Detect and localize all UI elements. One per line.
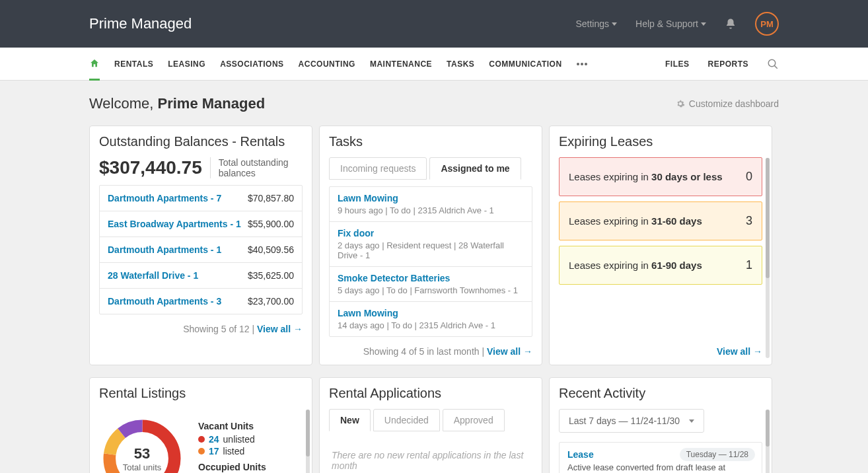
- balance-name[interactable]: Dartmouth Apartments - 1: [108, 244, 221, 255]
- nav-communication[interactable]: COMMUNICATION: [489, 59, 561, 69]
- lease-count: 1: [746, 258, 752, 272]
- lease-label: Leases expiring in 30 days or less: [569, 171, 723, 182]
- tab-incoming[interactable]: Incoming requests: [329, 157, 427, 180]
- lease-row-30[interactable]: Leases expiring in 30 days or less0: [559, 157, 762, 196]
- tasks-title: Tasks: [329, 134, 532, 149]
- leases-footer: View all →: [717, 346, 762, 357]
- task-meta: 9 hours ago | To do | 2315 Aldrich Ave -…: [338, 205, 524, 215]
- balance-amount: $70,857.80: [248, 193, 294, 203]
- tab-approved[interactable]: Approved: [443, 409, 505, 431]
- balances-showing: Showing 5 of 12 |: [183, 324, 257, 334]
- nav-files[interactable]: FILES: [665, 59, 690, 69]
- apps-empty: There are no new rental applications in …: [329, 438, 532, 473]
- balance-row[interactable]: East Broadway Apartments - 1$55,900.00: [100, 211, 302, 237]
- activity-range-select[interactable]: Last 7 days — 11/24-11/30: [559, 409, 704, 433]
- content: Welcome, Prime Managed Customize dashboa…: [0, 81, 868, 473]
- scrollbar[interactable]: [766, 158, 770, 358]
- nav-reports[interactable]: REPORTS: [707, 59, 748, 69]
- lease-row-90[interactable]: Leases expiring in 61-90 days1: [559, 246, 762, 285]
- card-activity: Recent Activity Last 7 days — 11/24-11/3…: [549, 377, 772, 473]
- leases-view-all[interactable]: View all →: [717, 346, 762, 357]
- balance-name[interactable]: 28 Waterfall Drive - 1: [108, 270, 198, 281]
- nav-rentals[interactable]: RENTALS: [114, 59, 153, 69]
- topbar-right: Settings Help & Support PM: [575, 12, 779, 36]
- tasks-view-all[interactable]: View all →: [487, 346, 532, 357]
- balances-view-all[interactable]: View all →: [257, 324, 303, 334]
- legend-listed[interactable]: 17 listed: [198, 446, 266, 456]
- donut-label: Total units: [123, 462, 162, 472]
- tasks-footer: Showing 4 of 5 in last month | View all …: [329, 346, 532, 357]
- card-listings: Rental Listings 53 Total units Vacan: [89, 377, 312, 473]
- balance-row[interactable]: Dartmouth Apartments - 7$70,857.80: [100, 186, 302, 211]
- tab-new[interactable]: New: [329, 409, 371, 431]
- help-menu[interactable]: Help & Support: [635, 18, 706, 29]
- lease-row-60[interactable]: Leases expiring in 31-60 days3: [559, 201, 762, 240]
- nav-home[interactable]: [89, 48, 100, 81]
- balance-amount: $23,700.00: [248, 296, 294, 307]
- tab-assigned[interactable]: Assigned to me: [429, 157, 521, 180]
- apps-tabs: New Undecided Approved: [329, 409, 532, 431]
- task-name[interactable]: Lawn Mowing: [338, 308, 524, 318]
- card-tasks: Tasks Incoming requests Assigned to me L…: [319, 126, 542, 365]
- balance-name[interactable]: Dartmouth Apartments - 3: [108, 296, 221, 307]
- lease-label: Leases expiring in 31-60 days: [569, 215, 702, 227]
- donut-chart: 53 Total units: [99, 416, 185, 473]
- chevron-down-icon: [701, 22, 706, 26]
- task-name[interactable]: Lawn Mowing: [338, 193, 524, 203]
- listings-title: Rental Listings: [99, 386, 303, 401]
- task-name[interactable]: Smoke Detector Batteries: [338, 273, 524, 283]
- svg-line-1: [774, 65, 778, 69]
- balance-amount: $55,900.00: [248, 219, 294, 229]
- tab-undecided[interactable]: Undecided: [373, 409, 440, 431]
- nav-maintenance[interactable]: MAINTENANCE: [370, 59, 432, 69]
- dot-icon: [198, 436, 205, 443]
- donut-total: 53: [123, 445, 162, 462]
- balance-name[interactable]: Dartmouth Apartments - 7: [108, 193, 221, 203]
- legend-vacant-h: Vacant Units: [198, 421, 266, 431]
- task-row[interactable]: Lawn Mowing9 hours ago | To do | 2315 Al…: [330, 187, 532, 222]
- activity-title: Recent Activity: [559, 386, 762, 401]
- navbar: RENTALS LEASING ASSOCIATIONS ACCOUNTING …: [0, 48, 868, 81]
- activity-item[interactable]: Tuesday — 11/28 Lease Active lease conve…: [559, 442, 762, 473]
- balance-name[interactable]: East Broadway Apartments - 1: [108, 219, 241, 229]
- balances-list: Dartmouth Apartments - 7$70,857.80 East …: [99, 185, 303, 314]
- scrollbar[interactable]: [766, 410, 770, 473]
- card-balances: Outstanding Balances - Rentals $307,440.…: [89, 126, 312, 365]
- customize-dashboard[interactable]: Customize dashboard: [676, 98, 779, 109]
- tasks-showing: Showing 4 of 5 in last month |: [363, 346, 487, 357]
- balances-footer: Showing 5 of 12 | View all →: [99, 324, 303, 334]
- legend-occupied-h: Occupied Units: [198, 462, 266, 472]
- bell-icon[interactable]: [725, 18, 737, 30]
- nav-tasks[interactable]: TASKS: [447, 59, 474, 69]
- settings-label: Settings: [575, 18, 609, 29]
- task-row[interactable]: Fix door2 days ago | Resident request | …: [330, 222, 532, 267]
- svg-point-0: [768, 59, 776, 67]
- task-meta: 14 days ago | To do | 2315 Aldrich Ave -…: [338, 320, 524, 330]
- customize-label: Customize dashboard: [689, 98, 779, 109]
- donut-center: 53 Total units: [123, 445, 162, 472]
- task-row[interactable]: Lawn Mowing14 days ago | To do | 2315 Al…: [330, 302, 532, 336]
- lease-count: 3: [746, 214, 752, 228]
- balance-row[interactable]: Dartmouth Apartments - 1$40,509.56: [100, 237, 302, 263]
- nav-left: RENTALS LEASING ASSOCIATIONS ACCOUNTING …: [89, 48, 587, 80]
- welcome-row: Welcome, Prime Managed Customize dashboa…: [89, 95, 779, 112]
- task-name[interactable]: Fix door: [338, 228, 524, 238]
- lease-list: Leases expiring in 30 days or less0 Leas…: [559, 157, 762, 285]
- nav-associations[interactable]: ASSOCIATIONS: [220, 59, 283, 69]
- home-icon: [89, 58, 100, 69]
- nav-accounting[interactable]: ACCOUNTING: [299, 59, 355, 69]
- nav-more-icon[interactable]: [577, 63, 587, 65]
- scrollbar[interactable]: [306, 410, 310, 473]
- settings-menu[interactable]: Settings: [575, 18, 617, 29]
- balance-row[interactable]: 28 Waterfall Drive - 1$35,625.00: [100, 263, 302, 289]
- lease-count: 0: [746, 170, 752, 184]
- avatar[interactable]: PM: [755, 12, 779, 36]
- lease-label: Leases expiring in 61-90 days: [569, 260, 702, 271]
- balances-total: $307,440.75: [99, 157, 202, 178]
- nav-leasing[interactable]: LEASING: [168, 59, 205, 69]
- legend-unlisted[interactable]: 24 unlisted: [198, 434, 266, 445]
- search-icon[interactable]: [767, 58, 779, 70]
- nav-right: FILES REPORTS: [665, 58, 779, 70]
- balance-row[interactable]: Dartmouth Apartments - 3$23,700.00: [100, 289, 302, 314]
- task-row[interactable]: Smoke Detector Batteries5 days ago | To …: [330, 267, 532, 302]
